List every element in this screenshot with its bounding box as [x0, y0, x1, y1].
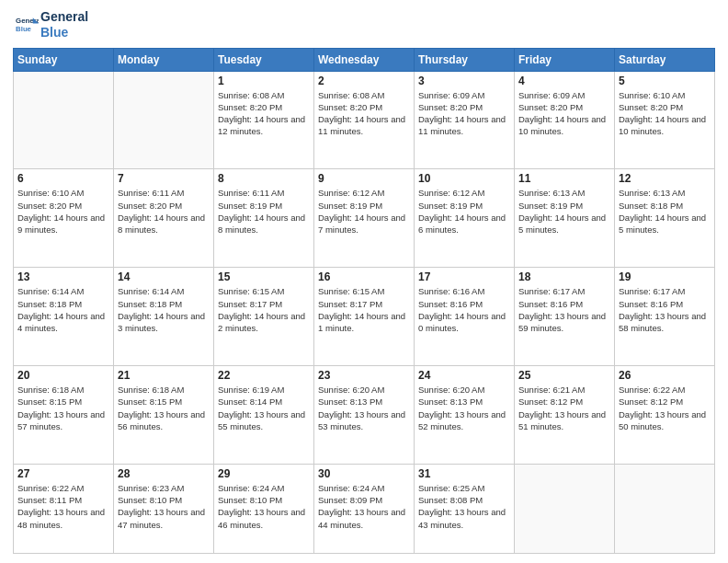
day-info: Sunrise: 6:12 AMSunset: 8:19 PMDaylight:…	[418, 187, 510, 236]
day-number: 18	[518, 270, 610, 283]
day-info: Sunrise: 6:10 AMSunset: 8:20 PMDaylight:…	[17, 187, 109, 236]
day-number: 22	[218, 369, 310, 382]
col-header-saturday: Saturday	[615, 48, 715, 71]
day-number: 5	[619, 75, 711, 87]
day-info: Sunrise: 6:24 AMSunset: 8:09 PMDaylight:…	[318, 482, 410, 531]
day-info: Sunrise: 6:11 AMSunset: 8:19 PMDaylight:…	[218, 187, 310, 236]
calendar-cell: 17Sunrise: 6:16 AMSunset: 8:16 PMDayligh…	[415, 268, 515, 366]
calendar-cell: 9Sunrise: 6:12 AMSunset: 8:19 PMDaylight…	[314, 169, 415, 268]
calendar-table: SundayMondayTuesdayWednesdayThursdayFrid…	[13, 48, 715, 554]
logo-icon: General Blue	[13, 12, 39, 38]
header: General Blue General Blue	[13, 9, 715, 40]
calendar-cell: 14Sunrise: 6:14 AMSunset: 8:18 PMDayligh…	[114, 268, 214, 366]
day-number: 19	[619, 270, 711, 283]
col-header-wednesday: Wednesday	[314, 48, 415, 71]
day-info: Sunrise: 6:20 AMSunset: 8:13 PMDaylight:…	[418, 384, 510, 432]
day-number: 15	[218, 270, 310, 283]
day-info: Sunrise: 6:11 AMSunset: 8:20 PMDaylight:…	[118, 187, 210, 236]
day-number: 23	[318, 369, 410, 382]
calendar-cell: 6Sunrise: 6:10 AMSunset: 8:20 PMDaylight…	[14, 169, 114, 268]
calendar-cell: 24Sunrise: 6:20 AMSunset: 8:13 PMDayligh…	[415, 366, 515, 465]
calendar-cell	[14, 71, 114, 169]
day-number: 13	[17, 270, 109, 283]
col-header-sunday: Sunday	[14, 48, 114, 71]
calendar-cell: 31Sunrise: 6:25 AMSunset: 8:08 PMDayligh…	[415, 464, 515, 553]
day-number: 10	[418, 172, 510, 185]
day-number: 8	[218, 172, 310, 185]
day-number: 31	[418, 467, 510, 480]
calendar-cell: 1Sunrise: 6:08 AMSunset: 8:20 PMDaylight…	[214, 71, 314, 169]
logo-text: General Blue	[40, 9, 88, 40]
calendar-cell: 15Sunrise: 6:15 AMSunset: 8:17 PMDayligh…	[214, 268, 314, 366]
day-info: Sunrise: 6:08 AMSunset: 8:20 PMDaylight:…	[318, 89, 410, 138]
day-number: 9	[318, 172, 410, 185]
day-number: 3	[418, 75, 510, 87]
day-number: 28	[118, 467, 210, 480]
calendar-cell: 21Sunrise: 6:18 AMSunset: 8:15 PMDayligh…	[114, 366, 214, 465]
calendar-cell: 11Sunrise: 6:13 AMSunset: 8:19 PMDayligh…	[515, 169, 615, 268]
calendar-cell: 28Sunrise: 6:23 AMSunset: 8:10 PMDayligh…	[114, 464, 214, 553]
day-number: 21	[118, 369, 210, 382]
day-number: 27	[17, 467, 109, 480]
day-number: 4	[518, 75, 610, 87]
day-info: Sunrise: 6:25 AMSunset: 8:08 PMDaylight:…	[418, 482, 510, 531]
day-number: 30	[318, 467, 410, 480]
calendar-cell: 5Sunrise: 6:10 AMSunset: 8:20 PMDaylight…	[615, 71, 715, 169]
day-info: Sunrise: 6:14 AMSunset: 8:18 PMDaylight:…	[118, 285, 210, 334]
day-number: 2	[318, 75, 410, 87]
calendar-cell: 16Sunrise: 6:15 AMSunset: 8:17 PMDayligh…	[314, 268, 415, 366]
calendar-cell: 27Sunrise: 6:22 AMSunset: 8:11 PMDayligh…	[14, 464, 114, 553]
day-number: 16	[318, 270, 410, 283]
day-number: 6	[17, 172, 109, 185]
day-info: Sunrise: 6:09 AMSunset: 8:20 PMDaylight:…	[518, 89, 610, 138]
day-number: 7	[118, 172, 210, 185]
day-info: Sunrise: 6:12 AMSunset: 8:19 PMDaylight:…	[318, 187, 410, 236]
calendar-cell: 3Sunrise: 6:09 AMSunset: 8:20 PMDaylight…	[415, 71, 515, 169]
calendar-cell: 30Sunrise: 6:24 AMSunset: 8:09 PMDayligh…	[314, 464, 415, 553]
day-info: Sunrise: 6:18 AMSunset: 8:15 PMDaylight:…	[118, 384, 210, 432]
day-number: 11	[518, 172, 610, 185]
day-info: Sunrise: 6:15 AMSunset: 8:17 PMDaylight:…	[318, 285, 410, 334]
calendar-cell: 18Sunrise: 6:17 AMSunset: 8:16 PMDayligh…	[515, 268, 615, 366]
day-info: Sunrise: 6:17 AMSunset: 8:16 PMDaylight:…	[619, 285, 711, 334]
page: General Blue General Blue SundayMondayTu…	[0, 0, 728, 563]
day-info: Sunrise: 6:22 AMSunset: 8:11 PMDaylight:…	[17, 482, 109, 531]
day-number: 24	[418, 369, 510, 382]
day-info: Sunrise: 6:10 AMSunset: 8:20 PMDaylight:…	[619, 89, 711, 138]
day-number: 25	[518, 369, 610, 382]
day-info: Sunrise: 6:13 AMSunset: 8:19 PMDaylight:…	[518, 187, 610, 236]
day-info: Sunrise: 6:15 AMSunset: 8:17 PMDaylight:…	[218, 285, 310, 334]
calendar-cell: 4Sunrise: 6:09 AMSunset: 8:20 PMDaylight…	[515, 71, 615, 169]
col-header-thursday: Thursday	[415, 48, 515, 71]
day-info: Sunrise: 6:21 AMSunset: 8:12 PMDaylight:…	[518, 384, 610, 432]
day-number: 1	[218, 75, 310, 87]
day-info: Sunrise: 6:23 AMSunset: 8:10 PMDaylight:…	[118, 482, 210, 531]
day-info: Sunrise: 6:20 AMSunset: 8:13 PMDaylight:…	[318, 384, 410, 432]
day-info: Sunrise: 6:18 AMSunset: 8:15 PMDaylight:…	[17, 384, 109, 432]
calendar-cell: 7Sunrise: 6:11 AMSunset: 8:20 PMDaylight…	[114, 169, 214, 268]
calendar-cell	[515, 464, 615, 553]
day-info: Sunrise: 6:22 AMSunset: 8:12 PMDaylight:…	[619, 384, 711, 432]
calendar-cell: 2Sunrise: 6:08 AMSunset: 8:20 PMDaylight…	[314, 71, 415, 169]
calendar-cell: 8Sunrise: 6:11 AMSunset: 8:19 PMDaylight…	[214, 169, 314, 268]
svg-text:Blue: Blue	[16, 25, 32, 33]
logo: General Blue General Blue	[13, 9, 88, 40]
calendar-cell: 10Sunrise: 6:12 AMSunset: 8:19 PMDayligh…	[415, 169, 515, 268]
day-number: 12	[619, 172, 711, 185]
col-header-tuesday: Tuesday	[214, 48, 314, 71]
calendar-cell: 23Sunrise: 6:20 AMSunset: 8:13 PMDayligh…	[314, 366, 415, 465]
day-info: Sunrise: 6:14 AMSunset: 8:18 PMDaylight:…	[17, 285, 109, 334]
calendar-cell: 22Sunrise: 6:19 AMSunset: 8:14 PMDayligh…	[214, 366, 314, 465]
day-info: Sunrise: 6:09 AMSunset: 8:20 PMDaylight:…	[418, 89, 510, 138]
day-number: 20	[17, 369, 109, 382]
calendar-cell: 12Sunrise: 6:13 AMSunset: 8:18 PMDayligh…	[615, 169, 715, 268]
day-info: Sunrise: 6:24 AMSunset: 8:10 PMDaylight:…	[218, 482, 310, 531]
day-number: 17	[418, 270, 510, 283]
col-header-friday: Friday	[515, 48, 615, 71]
calendar-cell: 20Sunrise: 6:18 AMSunset: 8:15 PMDayligh…	[14, 366, 114, 465]
day-number: 14	[118, 270, 210, 283]
calendar-cell: 29Sunrise: 6:24 AMSunset: 8:10 PMDayligh…	[214, 464, 314, 553]
day-number: 26	[619, 369, 711, 382]
calendar-cell: 13Sunrise: 6:14 AMSunset: 8:18 PMDayligh…	[14, 268, 114, 366]
day-info: Sunrise: 6:17 AMSunset: 8:16 PMDaylight:…	[518, 285, 610, 334]
